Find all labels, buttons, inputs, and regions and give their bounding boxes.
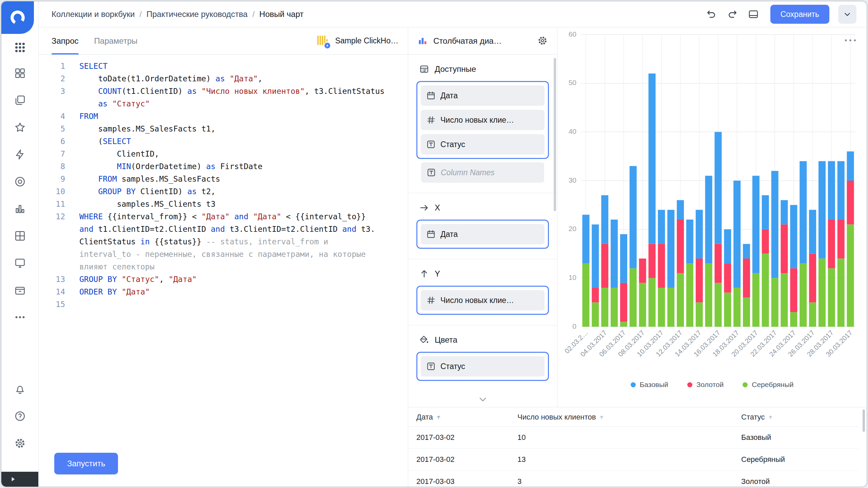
table-row: 2017-03-0210Базовый xyxy=(409,427,859,449)
sidebar-bottom-group xyxy=(14,383,26,449)
query-panel: Запрос Параметры Sample ClickHo… 1SELECT xyxy=(39,27,408,487)
arrow-up-icon xyxy=(419,269,429,279)
divider xyxy=(408,259,557,259)
table-header-row: Дата Число новых клиентов Статус xyxy=(409,407,859,427)
breadcrumb-link-guides[interactable]: Практические руководства xyxy=(146,9,248,19)
arrow-right-icon xyxy=(419,203,429,213)
play-triangle-icon xyxy=(10,476,16,482)
tab-query[interactable]: Запрос xyxy=(52,27,79,54)
legend-dot xyxy=(631,382,636,387)
chart-settings-button[interactable] xyxy=(537,35,548,47)
x-axis-zone[interactable]: Дата xyxy=(416,220,549,249)
connection-bolt-badge xyxy=(324,42,331,49)
field-chip-label: Дата xyxy=(440,91,458,100)
visualization-config-panel: Столбчатая диа… Доступные ДатаЧисло новы… xyxy=(408,27,557,407)
datasets-grid-icon[interactable] xyxy=(14,230,26,242)
undo-icon xyxy=(706,9,717,20)
svg-text:10: 10 xyxy=(569,273,576,281)
connections-bolt-icon[interactable] xyxy=(14,148,26,161)
field-chip[interactable]: Дата xyxy=(421,224,545,244)
code-lines: 1SELECT2 toDate(t1.OrderDatetime) as "Да… xyxy=(39,60,408,311)
column-names-placeholder[interactable]: Column Names xyxy=(421,162,544,183)
table-cell: 13 xyxy=(517,449,741,471)
svg-text:60: 60 xyxy=(569,30,576,38)
field-chip[interactable]: Число новых клие… xyxy=(421,290,545,310)
save-button[interactable]: Сохранить xyxy=(770,5,829,24)
services-circles-icon[interactable] xyxy=(14,176,26,188)
chart-menu-button[interactable] xyxy=(843,36,858,44)
code-line: as "Статус" xyxy=(39,98,408,110)
column-header-date[interactable]: Дата xyxy=(409,407,517,427)
datalens-logo-icon[interactable] xyxy=(1,1,34,34)
clickhouse-icon xyxy=(316,34,330,48)
column-header-count[interactable]: Число новых клиентов xyxy=(517,407,741,427)
code-line: ClientStatus in {{status}} -- status, in… xyxy=(39,236,408,248)
breadcrumb-link-collections[interactable]: Коллекции и воркбуки xyxy=(52,9,135,19)
sql-editor[interactable]: 1SELECT2 toDate(t1.OrderDatetime) as "Да… xyxy=(39,55,408,487)
panel-toggle-button[interactable] xyxy=(747,8,760,20)
connection-chip[interactable]: Sample ClickHo… xyxy=(316,34,398,48)
run-button[interactable]: Запустить xyxy=(54,453,118,474)
code-line: 9 FROM samples.MS_SalesFacts xyxy=(39,173,408,185)
column-header-status[interactable]: Статус xyxy=(741,407,859,427)
config-scrollbar[interactable] xyxy=(554,58,556,211)
save-dropdown-button[interactable] xyxy=(838,5,856,24)
field-chip[interactable]: Статус xyxy=(421,356,545,377)
table-cell: Серебряный xyxy=(741,449,859,471)
table-cell: Базовый xyxy=(741,427,859,449)
ellipsis-icon xyxy=(844,39,857,42)
field-chip-label: Статус xyxy=(440,362,465,371)
table-cell: 2017-03-03 xyxy=(409,471,517,487)
field-chip[interactable]: Число новых клие… xyxy=(421,110,545,130)
dashboards-icon[interactable] xyxy=(14,67,26,79)
svg-text:30: 30 xyxy=(569,176,576,184)
code-line: влияют селекторы xyxy=(39,261,408,273)
stacked-bar-chart[interactable]: 010203040506002.03.2…04.03.201706.03.201… xyxy=(557,27,866,407)
page-title: Новый чарт xyxy=(259,9,303,19)
top-row: Столбчатая диа… Доступные ДатаЧисло новы… xyxy=(408,27,867,407)
field-chip[interactable]: Статус xyxy=(421,134,545,155)
visualization-type-label[interactable]: Столбчатая диа… xyxy=(433,36,502,46)
workbooks-icon[interactable] xyxy=(14,94,26,106)
tab-parameters[interactable]: Параметры xyxy=(94,27,138,54)
app-window: Коллекции и воркбуки / Практические руко… xyxy=(1,1,867,487)
placeholder-label: Column Names xyxy=(441,168,495,177)
available-fields-zone[interactable]: ДатаЧисло новых клие…Статус xyxy=(416,81,549,159)
legend-item[interactable]: Золотой xyxy=(687,381,724,389)
legend-label: Базовый xyxy=(640,381,668,389)
redo-button[interactable] xyxy=(726,8,738,20)
more-icon[interactable] xyxy=(14,311,26,323)
code-line: 14ORDER BY "Дата" xyxy=(39,286,408,298)
storage-box-icon[interactable] xyxy=(14,284,26,296)
code-line: 1SELECT xyxy=(39,60,408,73)
settings-gear-icon[interactable] xyxy=(14,437,26,449)
help-icon[interactable] xyxy=(14,410,26,422)
undo-button[interactable] xyxy=(705,8,717,20)
chart-preview: 010203040506002.03.2…04.03.201706.03.201… xyxy=(557,27,867,407)
apps-grid-icon[interactable] xyxy=(14,41,26,54)
table-scrollbar[interactable] xyxy=(863,409,865,432)
preview-table: Дата Число новых клиентов Статус 2017-03… xyxy=(408,407,867,487)
fields-table-icon xyxy=(419,64,429,74)
code-line: 15 xyxy=(39,298,408,311)
colors-zone[interactable]: Статус xyxy=(416,352,549,381)
svg-text:40: 40 xyxy=(569,127,576,135)
notifications-bell-icon[interactable] xyxy=(14,383,26,395)
scroll-more-chevron[interactable] xyxy=(478,394,488,404)
section-available-label: Доступные xyxy=(435,64,476,74)
favorites-star-icon[interactable] xyxy=(14,121,26,134)
y-axis-zone[interactable]: Число новых клие… xyxy=(416,286,549,315)
legend-item[interactable]: Серебряный xyxy=(743,381,793,389)
table-cell: 10 xyxy=(517,427,741,449)
legend-label: Золотой xyxy=(696,381,724,389)
expand-panel-button[interactable] xyxy=(1,472,38,487)
bar-chart-type-icon[interactable] xyxy=(417,36,428,46)
field-chip-label: Число новых клие… xyxy=(440,116,514,125)
code-line: 7 ClientID, xyxy=(39,148,408,160)
monitoring-icon[interactable] xyxy=(14,257,26,269)
svg-text:0: 0 xyxy=(572,322,576,330)
field-chip[interactable]: Дата xyxy=(421,85,545,106)
legend-item[interactable]: Базовый xyxy=(631,381,668,389)
charts-icon[interactable] xyxy=(14,203,26,215)
section-colors: Цвета xyxy=(419,335,549,345)
